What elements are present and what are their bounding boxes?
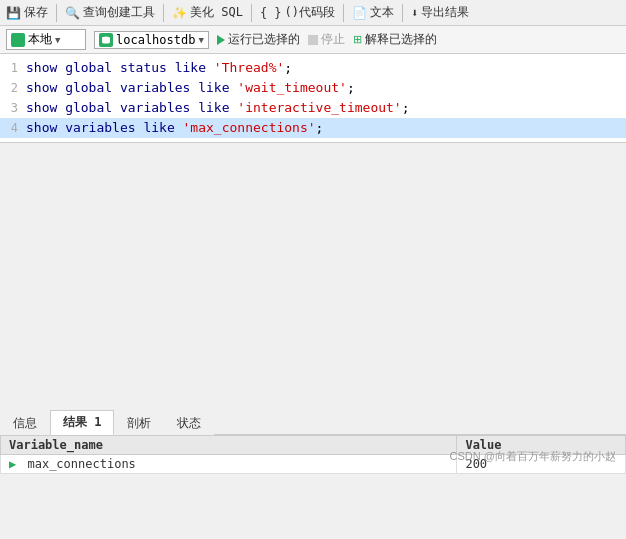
- row-arrow-icon: ▶: [9, 457, 16, 471]
- watermark: CSDN @向着百万年薪努力的小赵: [450, 449, 616, 464]
- kw-4: show variables like: [26, 120, 183, 135]
- kw-3: show global variables like: [26, 100, 237, 115]
- sep2: [163, 4, 164, 22]
- local-flag-icon: [11, 33, 25, 47]
- text-label: 文本: [370, 4, 394, 21]
- tab-info[interactable]: 信息: [0, 411, 50, 435]
- local-dropdown[interactable]: 本地 ▼: [6, 29, 86, 50]
- export-icon: ⬇: [411, 6, 418, 20]
- save-btn[interactable]: 💾 保存: [6, 4, 48, 21]
- cell-variable-name: ▶ max_connections: [1, 455, 457, 474]
- tab-results-label: 结果 1: [63, 415, 101, 429]
- line-content-4: show variables like 'max_connections';: [26, 118, 624, 138]
- db-dropdown[interactable]: localhostdb ▼: [94, 31, 209, 49]
- explain-button[interactable]: ⊞ 解释已选择的: [353, 31, 437, 48]
- str-4: 'max_connections': [183, 120, 316, 135]
- local-arrow-icon: ▼: [55, 35, 60, 45]
- col-variable-name-label: Variable_name: [9, 438, 103, 452]
- tab-status-label: 状态: [177, 416, 201, 430]
- run-icon: [217, 35, 225, 45]
- tab-status[interactable]: 状态: [164, 411, 214, 435]
- conn-bar: 本地 ▼ localhostdb ▼ 运行已选择的 停止 ⊞ 解释已选择的: [0, 26, 626, 54]
- run-label: 运行已选择的: [228, 31, 300, 48]
- kw-1: show global status like: [26, 60, 214, 75]
- bottom-tabs: 信息 结果 1 剖析 状态: [0, 409, 626, 435]
- line-num-3: 3: [2, 98, 26, 118]
- str-2: 'wait_timeout': [237, 80, 347, 95]
- text-icon: 📄: [352, 6, 367, 20]
- line-content-2: show global variables like 'wait_timeout…: [26, 78, 624, 98]
- sep4: [343, 4, 344, 22]
- export-label: 导出结果: [421, 4, 469, 21]
- tab-profile-label: 剖析: [127, 416, 151, 430]
- sep1: [56, 4, 57, 22]
- export-btn[interactable]: ⬇ 导出结果: [411, 4, 469, 21]
- semi-4: ;: [316, 120, 324, 135]
- tab-profile[interactable]: 剖析: [114, 411, 164, 435]
- kw-2: show global variables like: [26, 80, 237, 95]
- beautify-icon: ✨: [172, 6, 187, 20]
- beautify-label: 美化 SQL: [190, 4, 243, 21]
- sql-editor[interactable]: 1 show global status like 'Thread%'; 2 s…: [0, 54, 626, 143]
- code-line-3: 3 show global variables like 'interactiv…: [0, 98, 626, 118]
- str-3: 'interactive_timeout': [237, 100, 401, 115]
- editor-content: 1 show global status like 'Thread%'; 2 s…: [0, 58, 626, 138]
- line-content-3: show global variables like 'interactive_…: [26, 98, 624, 118]
- tab-results[interactable]: 结果 1: [50, 410, 114, 435]
- str-1: 'Thread%': [214, 60, 284, 75]
- svg-point-2: [102, 40, 110, 43]
- stop-button[interactable]: 停止: [308, 31, 345, 48]
- line-content-1: show global status like 'Thread%';: [26, 58, 624, 78]
- local-label: 本地: [28, 31, 52, 48]
- save-label: 保存: [24, 4, 48, 21]
- query-tool-label: 查询创建工具: [83, 4, 155, 21]
- text-btn[interactable]: 📄 文本: [352, 4, 394, 21]
- db-label: localhostdb: [116, 33, 195, 47]
- editor-wrapper: 1 show global status like 'Thread%'; 2 s…: [0, 54, 626, 409]
- line-num-4: 4: [2, 118, 26, 138]
- query-tool-btn[interactable]: 🔍 查询创建工具: [65, 4, 155, 21]
- code-line-2: 2 show global variables like 'wait_timeo…: [0, 78, 626, 98]
- watermark-text: CSDN @向着百万年薪努力的小赵: [450, 450, 616, 462]
- line-num-2: 2: [2, 78, 26, 98]
- db-arrow-icon: ▼: [198, 35, 203, 45]
- toolbar: 💾 保存 🔍 查询创建工具 ✨ 美化 SQL { } ()代码段 📄 文本 ⬇ …: [0, 0, 626, 26]
- semi-2: ;: [347, 80, 355, 95]
- code-label: ()代码段: [285, 4, 335, 21]
- line-num-1: 1: [2, 58, 26, 78]
- main-layout: 1 show global status like 'Thread%'; 2 s…: [0, 54, 626, 539]
- semi-3: ;: [402, 100, 410, 115]
- cell-variable-name-value: max_connections: [27, 457, 135, 471]
- explain-label: 解释已选择的: [365, 31, 437, 48]
- bottom-panel: 信息 结果 1 剖析 状态 Variable_name: [0, 409, 626, 539]
- beautify-btn[interactable]: ✨ 美化 SQL: [172, 4, 243, 21]
- stop-label: 停止: [321, 31, 345, 48]
- tab-info-label: 信息: [13, 416, 37, 430]
- results-container: Variable_name Value ▶ max_connections: [0, 435, 626, 474]
- db-icon: [99, 33, 113, 47]
- save-icon: 💾: [6, 6, 21, 20]
- code-icon: { }: [260, 6, 282, 20]
- code-line-1: 1 show global status like 'Thread%';: [0, 58, 626, 78]
- stop-icon: [308, 35, 318, 45]
- sep3: [251, 4, 252, 22]
- query-tool-icon: 🔍: [65, 6, 80, 20]
- col-variable-name: Variable_name: [1, 436, 457, 455]
- code-line-4: 4 show variables like 'max_connections';: [0, 118, 626, 138]
- sep5: [402, 4, 403, 22]
- code-btn[interactable]: { } ()代码段: [260, 4, 335, 21]
- run-button[interactable]: 运行已选择的: [217, 31, 300, 48]
- semi-1: ;: [284, 60, 292, 75]
- explain-icon: ⊞: [353, 33, 362, 46]
